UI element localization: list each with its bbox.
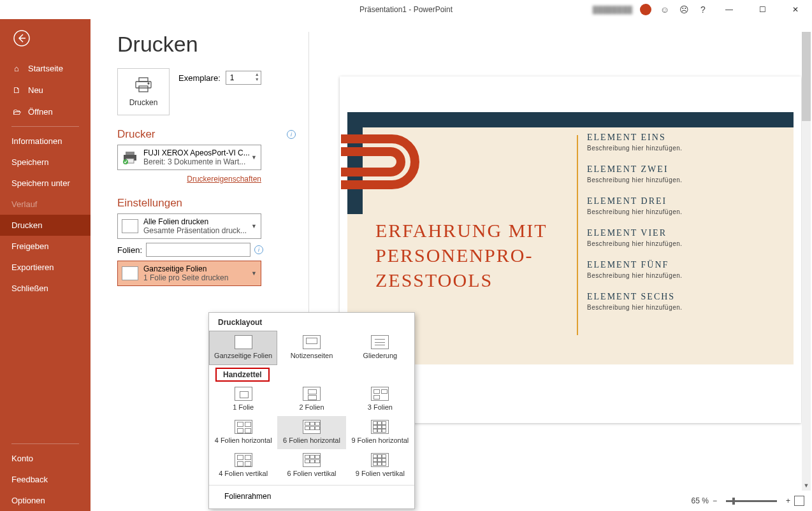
nav-account[interactable]: Konto (0, 448, 91, 469)
svg-rect-5 (126, 152, 134, 155)
nav-feedback[interactable]: Feedback (0, 469, 91, 490)
print-button-label: Drucken (129, 98, 158, 107)
user-avatar[interactable] (640, 4, 651, 15)
printer-icon (134, 76, 153, 93)
preview-scrollbar[interactable]: ▼ (802, 32, 811, 491)
nav-saveas[interactable]: Speichern unter (0, 173, 91, 194)
printer-select[interactable]: FUJI XEROX ApeosPort-VI C...Bereit: 3 Do… (117, 145, 261, 170)
printer-status: Bereit: 3 Dokumente in Wart... (143, 157, 250, 166)
handout-9v[interactable]: 9 Folien vertikal (346, 449, 414, 482)
print-button[interactable]: Drucken (117, 68, 170, 115)
handout-6v[interactable]: 6 Folien vertikal (277, 449, 345, 482)
svg-rect-3 (139, 86, 148, 92)
dropdown-section-layout: Drucklayout (209, 313, 414, 331)
slides-input[interactable] (146, 243, 250, 257)
settings-section-title: Einstellungen (117, 197, 296, 210)
layout-notes[interactable]: Notizenseiten (277, 331, 345, 365)
back-button[interactable] (9, 25, 34, 51)
slide-list-item: ELEMENT FÜNFBeschreibung hier hinzufügen… (587, 260, 781, 279)
layout-full-slides[interactable]: Ganzseitige Folien (209, 331, 277, 365)
zoom-slider[interactable] (726, 500, 777, 502)
open-icon: 🗁 (11, 106, 22, 117)
page-title: Drucken (117, 32, 296, 57)
print-layout-select[interactable]: Ganzseitige Folien1 Folie pro Seite druc… (117, 261, 261, 286)
zoom-level: 65 % (692, 496, 709, 505)
scroll-down-icon[interactable]: ▼ (802, 480, 811, 491)
spinner-down-icon[interactable]: ▼ (255, 77, 259, 82)
chevron-down-icon: ▼ (251, 154, 257, 161)
slide-list-item: ELEMENT SECHSBeschreibung hier hinzufüge… (587, 292, 781, 311)
nav-history: Verlauf (0, 194, 91, 215)
nav-share[interactable]: Freigeben (0, 236, 91, 257)
printer-properties-link[interactable]: Druckereigenschaften (187, 175, 261, 184)
printer-section-title: Drucker i (117, 128, 296, 141)
slide-list-item: ELEMENT VIERBeschreibung hier hinzufügen… (587, 228, 781, 247)
chevron-down-icon: ▼ (251, 270, 257, 277)
handout-9h[interactable]: 9 Folien horizontal (346, 416, 414, 449)
handout-6h[interactable]: 6 Folien horizontal (277, 416, 345, 449)
nav-separator (11, 126, 79, 127)
chevron-down-icon: ▼ (251, 223, 257, 229)
copies-input[interactable]: 1 ▲▼ (226, 71, 261, 85)
nav-info[interactable]: Informationen (0, 131, 91, 152)
zoom-in-button[interactable]: + (786, 496, 790, 505)
smile-icon[interactable]: ☺ (659, 4, 671, 15)
handout-4v[interactable]: 4 Folien vertikal (209, 449, 277, 482)
svg-point-4 (148, 83, 149, 84)
new-icon: 🗋 (11, 85, 22, 95)
nav-home[interactable]: ⌂Startseite (0, 57, 91, 79)
slide-graphic (341, 131, 424, 195)
scrollbar-thumb[interactable] (802, 32, 811, 121)
handout-3[interactable]: 3 Folien (346, 383, 414, 416)
range-thumb-icon (122, 219, 138, 233)
home-icon: ⌂ (11, 63, 22, 73)
titlebar: Präsentation1 - PowerPoint ████████ ☺ ☹ … (0, 0, 812, 19)
slides-label: Folien: (117, 245, 142, 255)
zoom-out-button[interactable]: − (713, 496, 717, 505)
close-button[interactable]: ✕ (783, 0, 808, 19)
handout-2[interactable]: 2 Folien (277, 383, 345, 416)
handout-1[interactable]: 1 Folie (209, 383, 277, 416)
slide-list-item: ELEMENT DREIBeschreibung hier hinzufügen… (587, 196, 781, 215)
option-frame-slides[interactable]: Folienrahmen (209, 488, 414, 505)
spinner-up-icon[interactable]: ▲ (255, 72, 259, 77)
slide-list: ELEMENT EINSBeschreibung hier hinzufügen… (587, 133, 781, 324)
slide-list-item: ELEMENT ZWEIBeschreibung hier hinzufügen… (587, 164, 781, 184)
print-range-select[interactable]: Alle Folien druckenGesamte Präsentation … (117, 213, 261, 239)
layout-thumb-icon (122, 266, 138, 280)
slide-list-item: ELEMENT EINSBeschreibung hier hinzufügen… (587, 133, 781, 152)
nav-export[interactable]: Exportieren (0, 257, 91, 278)
help-icon[interactable]: ? (697, 4, 709, 15)
nav-save[interactable]: Speichern (0, 152, 91, 173)
handout-4h[interactable]: 4 Folien horizontal (209, 416, 277, 449)
nav-options[interactable]: Optionen (0, 490, 91, 511)
fit-to-window-button[interactable] (794, 496, 804, 506)
copies-label: Exemplare: (178, 73, 221, 83)
slide-headline: ERFAHRUNG MIT PERSONENPRO-ZESSTOOLS (375, 218, 567, 292)
layout-dropdown: Drucklayout Ganzseitige Folien Notizense… (208, 312, 415, 509)
nav-new[interactable]: 🗋Neu (0, 79, 91, 101)
maximize-button[interactable]: ☐ (750, 0, 775, 19)
info-icon[interactable]: i (287, 130, 296, 139)
minimize-button[interactable]: — (716, 0, 742, 19)
user-name: ████████ (593, 6, 632, 13)
backstage-sidebar: ⌂Startseite 🗋Neu 🗁Öffnen Informationen S… (0, 19, 91, 511)
svg-rect-1 (139, 78, 148, 82)
nav-open[interactable]: 🗁Öffnen (0, 101, 91, 122)
frown-icon[interactable]: ☹ (678, 4, 690, 15)
layout-outline[interactable]: Gliederung (346, 331, 414, 365)
info-icon[interactable]: i (254, 245, 263, 254)
window-title: Präsentation1 - PowerPoint (359, 5, 453, 14)
nav-close[interactable]: Schließen (0, 278, 91, 299)
nav-print[interactable]: Drucken (0, 215, 91, 236)
printer-name: FUJI XEROX ApeosPort-VI C... (143, 148, 250, 157)
nav-separator (11, 443, 79, 444)
dropdown-section-handouts: Handzettel (215, 368, 270, 382)
printer-icon (122, 150, 138, 164)
